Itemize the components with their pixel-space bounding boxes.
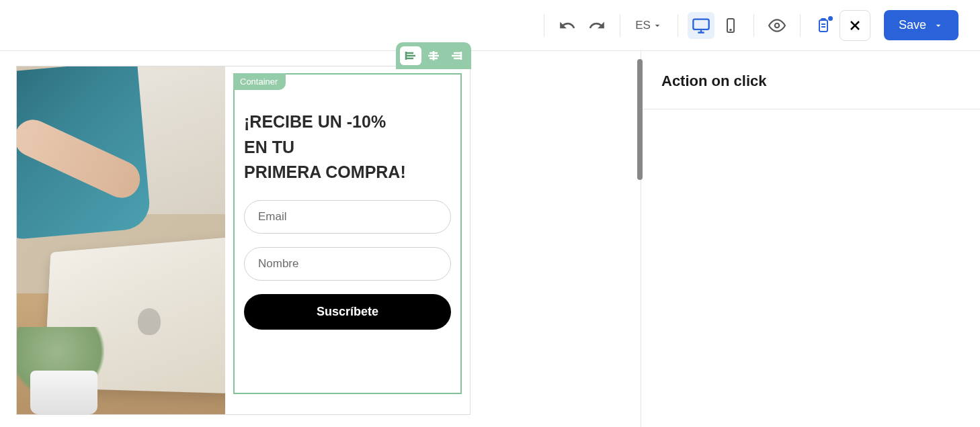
separator: [753, 14, 754, 37]
close-button[interactable]: [840, 10, 870, 41]
selected-container[interactable]: Container ¡RECIBE UN -10% EN TU PRIMERA …: [233, 73, 462, 394]
mobile-view-button[interactable]: [717, 12, 744, 39]
heading-line-2: EN TU: [244, 138, 294, 156]
eye-icon: [768, 17, 786, 34]
separator: [800, 14, 801, 37]
heading: ¡RECIBE UN -10% EN TU PRIMERA COMPRA!: [244, 109, 451, 185]
save-label: Save: [899, 18, 926, 32]
align-right-icon: [450, 50, 463, 62]
language-label: ES: [635, 19, 651, 32]
properties-sidebar: Action on click: [641, 51, 980, 427]
scrollbar[interactable]: [637, 59, 643, 180]
canvas-area: Container ¡RECIBE UN -10% EN TU PRIMERA …: [0, 51, 641, 427]
notification-dot: [828, 16, 833, 21]
mobile-icon: [723, 17, 739, 34]
svg-point-2: [730, 29, 731, 30]
desktop-view-button[interactable]: [688, 12, 714, 39]
undo-icon: [559, 17, 576, 34]
chevron-down-icon: [933, 20, 944, 31]
svg-rect-0: [693, 19, 708, 29]
align-center-icon: [427, 50, 440, 62]
language-selector[interactable]: ES: [630, 19, 668, 32]
editor-frame: Container ¡RECIBE UN -10% EN TU PRIMERA …: [16, 66, 471, 415]
svg-point-3: [775, 23, 780, 28]
preview-button[interactable]: [764, 12, 790, 39]
name-field[interactable]: [244, 247, 451, 281]
throw-blanket: [138, 66, 225, 214]
image-panel: [17, 66, 225, 414]
align-center-tab[interactable]: [423, 46, 444, 65]
heading-line-3: PRIMERA COMPRA!: [244, 162, 406, 181]
main-area: Container ¡RECIBE UN -10% EN TU PRIMERA …: [0, 51, 980, 427]
subscribe-button[interactable]: Suscríbete: [244, 294, 451, 330]
redo-icon: [588, 17, 606, 34]
divider: [641, 109, 980, 109]
align-left-icon: [404, 50, 417, 62]
form-panel: Container ¡RECIBE UN -10% EN TU PRIMERA …: [225, 66, 470, 414]
save-button[interactable]: Save: [884, 10, 958, 40]
toolbar: ES Save: [0, 0, 980, 51]
sidebar-title: Action on click: [641, 51, 980, 109]
svg-rect-4: [819, 20, 827, 32]
apple-logo-icon: [138, 308, 161, 335]
plant-pot: [30, 371, 97, 414]
align-right-tab[interactable]: [446, 46, 467, 65]
desktop-icon: [692, 16, 710, 35]
alignment-tabs: [396, 42, 471, 69]
email-field[interactable]: [244, 200, 451, 234]
container-label: Container: [233, 73, 286, 90]
heading-line-1: ¡RECIBE UN -10%: [244, 112, 386, 131]
close-icon: [847, 17, 863, 34]
redo-button[interactable]: [583, 12, 610, 39]
undo-button[interactable]: [554, 12, 581, 39]
separator: [620, 14, 620, 37]
clipboard-button[interactable]: [810, 12, 837, 39]
align-left-tab[interactable]: [400, 46, 421, 65]
chevron-down-icon: [652, 20, 663, 31]
separator: [544, 14, 544, 37]
separator: [678, 14, 678, 37]
